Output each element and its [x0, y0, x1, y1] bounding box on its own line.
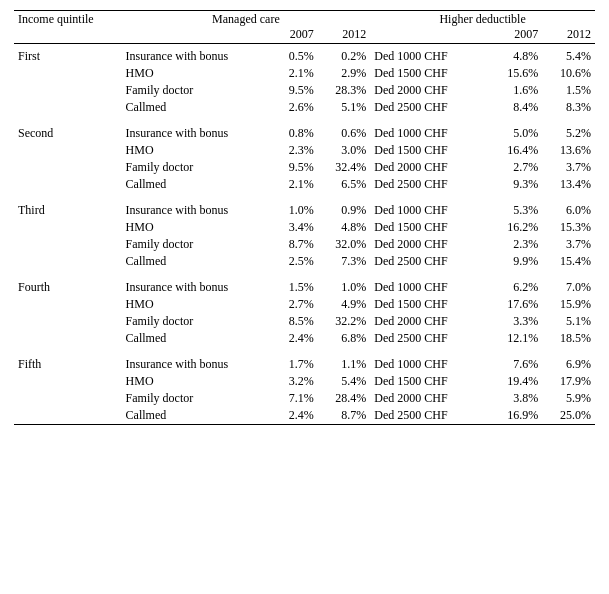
mc2012-cell: 4.9%: [318, 296, 371, 313]
income-quintile-cell: [14, 159, 122, 176]
col-ded-sub: [370, 27, 490, 44]
income-quintile-cell: [14, 82, 122, 99]
hd2012-cell: 13.4%: [542, 176, 595, 193]
hd2012-cell: 15.9%: [542, 296, 595, 313]
income-quintile-cell: [14, 296, 122, 313]
mc2012-cell: 1.0%: [318, 270, 371, 296]
ded-cell: Ded 1500 CHF: [370, 142, 490, 159]
hd2012-cell: 17.9%: [542, 373, 595, 390]
mc2012-cell: 7.3%: [318, 253, 371, 270]
ded-cell: Ded 1000 CHF: [370, 347, 490, 373]
hd2012-cell: 6.0%: [542, 193, 595, 219]
table-row: Callmed2.4%6.8%Ded 2500 CHF12.1%18.5%: [14, 330, 595, 347]
income-quintile-cell: [14, 176, 122, 193]
plan-cell: Callmed: [122, 253, 265, 270]
hd2007-cell: 2.3%: [490, 236, 543, 253]
hd2007-cell: 3.8%: [490, 390, 543, 407]
ded-cell: Ded 2500 CHF: [370, 407, 490, 425]
hd2007-cell: 16.4%: [490, 142, 543, 159]
table-row: Family doctor9.5%28.3%Ded 2000 CHF1.6%1.…: [14, 82, 595, 99]
hd2012-cell: 18.5%: [542, 330, 595, 347]
hd2012-cell: 6.9%: [542, 347, 595, 373]
mc2012-cell: 32.4%: [318, 159, 371, 176]
hd2012-cell: 13.6%: [542, 142, 595, 159]
hd2007-cell: 12.1%: [490, 330, 543, 347]
mc2012-cell: 32.0%: [318, 236, 371, 253]
table-row: FourthInsurance with bonus1.5%1.0%Ded 10…: [14, 270, 595, 296]
hd2007-cell: 8.4%: [490, 99, 543, 116]
mc2012-cell: 5.1%: [318, 99, 371, 116]
ded-cell: Ded 2500 CHF: [370, 99, 490, 116]
col-mc2007-header: 2007: [265, 27, 318, 44]
col-hd2007-header: 2007: [490, 27, 543, 44]
table-row: FifthInsurance with bonus1.7%1.1%Ded 100…: [14, 347, 595, 373]
col-hd2012-header: 2012: [542, 27, 595, 44]
mc2007-cell: 2.4%: [265, 330, 318, 347]
table-row: Callmed2.5%7.3%Ded 2500 CHF9.9%15.4%: [14, 253, 595, 270]
col-income-sub: [14, 27, 122, 44]
hd2007-cell: 5.0%: [490, 116, 543, 142]
col-higher-deductible-header: Higher deductible: [370, 11, 595, 28]
hd2012-cell: 5.1%: [542, 313, 595, 330]
income-quintile-cell: [14, 236, 122, 253]
plan-cell: Insurance with bonus: [122, 116, 265, 142]
hd2012-cell: 15.3%: [542, 219, 595, 236]
hd2007-cell: 4.8%: [490, 48, 543, 65]
table-header-sub: 2007 2012 2007 2012: [14, 27, 595, 44]
mc2012-cell: 5.4%: [318, 373, 371, 390]
mc2007-cell: 1.5%: [265, 270, 318, 296]
plan-cell: HMO: [122, 65, 265, 82]
hd2007-cell: 17.6%: [490, 296, 543, 313]
ded-cell: Ded 1000 CHF: [370, 48, 490, 65]
mc2007-cell: 2.3%: [265, 142, 318, 159]
plan-cell: HMO: [122, 219, 265, 236]
table-row: HMO2.1%2.9%Ded 1500 CHF15.6%10.6%: [14, 65, 595, 82]
hd2007-cell: 9.3%: [490, 176, 543, 193]
ded-cell: Ded 1000 CHF: [370, 116, 490, 142]
income-quintile-cell: [14, 65, 122, 82]
income-quintile-cell: [14, 313, 122, 330]
income-quintile-cell: [14, 219, 122, 236]
hd2012-cell: 7.0%: [542, 270, 595, 296]
mc2007-cell: 3.4%: [265, 219, 318, 236]
mc2012-cell: 0.2%: [318, 48, 371, 65]
hd2007-cell: 9.9%: [490, 253, 543, 270]
mc2007-cell: 1.7%: [265, 347, 318, 373]
table-row: Callmed2.6%5.1%Ded 2500 CHF8.4%8.3%: [14, 99, 595, 116]
hd2012-cell: 8.3%: [542, 99, 595, 116]
ded-cell: Ded 1000 CHF: [370, 270, 490, 296]
table-row: Family doctor8.7%32.0%Ded 2000 CHF2.3%3.…: [14, 236, 595, 253]
hd2012-cell: 5.4%: [542, 48, 595, 65]
col-income-header: Income quintile: [14, 11, 122, 28]
hd2012-cell: 25.0%: [542, 407, 595, 425]
plan-cell: Callmed: [122, 99, 265, 116]
income-quintile-cell: Fourth: [14, 270, 122, 296]
mc2012-cell: 8.7%: [318, 407, 371, 425]
col-plan-sub: [122, 27, 265, 44]
mc2007-cell: 9.5%: [265, 82, 318, 99]
mc2007-cell: 2.4%: [265, 407, 318, 425]
income-quintile-cell: [14, 407, 122, 425]
plan-cell: Callmed: [122, 407, 265, 425]
plan-cell: Family doctor: [122, 313, 265, 330]
col-managed-care-header: Managed care: [122, 11, 371, 28]
income-quintile-cell: [14, 142, 122, 159]
ded-cell: Ded 1500 CHF: [370, 373, 490, 390]
mc2007-cell: 2.1%: [265, 176, 318, 193]
table-row: HMO2.3%3.0%Ded 1500 CHF16.4%13.6%: [14, 142, 595, 159]
table-row: SecondInsurance with bonus0.8%0.6%Ded 10…: [14, 116, 595, 142]
income-quintile-cell: Third: [14, 193, 122, 219]
ded-cell: Ded 1000 CHF: [370, 193, 490, 219]
plan-cell: Callmed: [122, 176, 265, 193]
hd2012-cell: 1.5%: [542, 82, 595, 99]
mc2012-cell: 2.9%: [318, 65, 371, 82]
table-row: FirstInsurance with bonus0.5%0.2%Ded 100…: [14, 48, 595, 65]
mc2012-cell: 1.1%: [318, 347, 371, 373]
income-quintile-cell: [14, 373, 122, 390]
mc2012-cell: 28.4%: [318, 390, 371, 407]
mc2007-cell: 7.1%: [265, 390, 318, 407]
income-quintile-cell: Second: [14, 116, 122, 142]
mc2007-cell: 2.1%: [265, 65, 318, 82]
hd2007-cell: 16.2%: [490, 219, 543, 236]
table-row: Callmed2.1%6.5%Ded 2500 CHF9.3%13.4%: [14, 176, 595, 193]
